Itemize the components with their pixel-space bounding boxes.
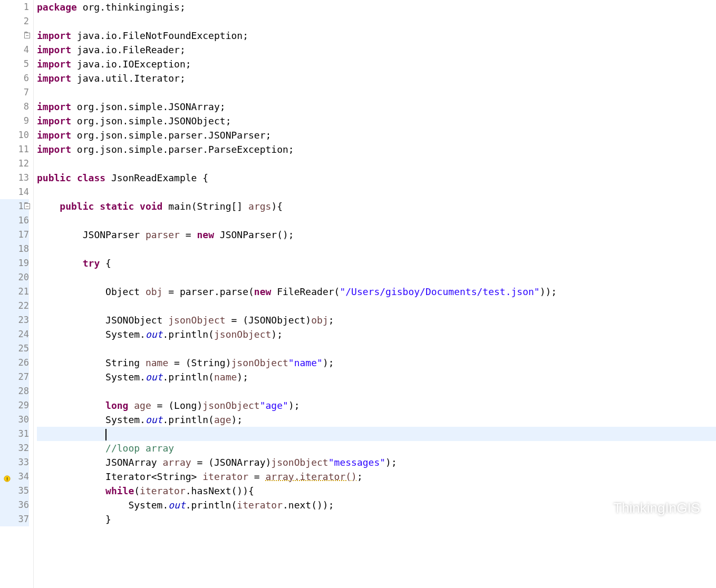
code-line[interactable] <box>37 341 716 356</box>
warning-icon[interactable]: ! <box>3 473 11 481</box>
code-line[interactable]: import java.util.Iterator; <box>37 71 716 85</box>
code-line[interactable]: JSONParser parser = new JSONParser(); <box>37 228 716 242</box>
fold-toggle-icon[interactable]: − <box>24 33 30 38</box>
line-number[interactable]: ! 34 <box>0 469 29 484</box>
code-line[interactable] <box>37 299 716 313</box>
code-line[interactable]: JSONObject jsonObject = (JSONObject)obj; <box>37 313 716 327</box>
line-number[interactable]: 35 <box>0 484 29 498</box>
code-line[interactable]: import org.json.simple.parser.JSONParser… <box>37 128 716 142</box>
line-number-gutter: 1 2 3− 4 5 6 7 8 9 10 11 12 13 14 15− 16… <box>0 0 34 588</box>
line-number[interactable]: 31 <box>0 427 29 441</box>
line-number[interactable]: 30 <box>0 413 29 427</box>
line-number[interactable]: 6 <box>0 71 29 85</box>
code-line[interactable]: System.out.println(jsonObject); <box>37 327 716 341</box>
line-number[interactable]: 9 <box>0 114 29 128</box>
line-number[interactable]: 29 <box>0 398 29 413</box>
code-line[interactable]: long age = (Long)jsonObject"age"); <box>37 398 716 413</box>
line-number[interactable]: 11 <box>0 142 29 156</box>
code-line[interactable] <box>37 185 716 199</box>
code-line[interactable]: JSONArray array = (JSONArray)jsonObject"… <box>37 455 716 469</box>
line-number[interactable]: 15− <box>0 199 29 213</box>
line-number[interactable]: 23 <box>0 313 29 327</box>
code-line[interactable]: try { <box>37 256 716 270</box>
code-line[interactable]: public class JsonReadExample { <box>37 171 716 185</box>
line-number[interactable]: 36 <box>0 498 29 512</box>
code-line[interactable]: import java.io.FileReader; <box>37 43 716 57</box>
line-number[interactable]: 21 <box>0 285 29 299</box>
line-number[interactable]: 1 <box>0 0 29 14</box>
code-line[interactable]: //loop array <box>37 441 716 455</box>
line-number[interactable]: 28 <box>0 384 29 398</box>
line-number[interactable]: 10 <box>0 128 29 142</box>
code-line[interactable]: package org.thinkingingis; <box>37 0 716 14</box>
code-line[interactable]: import java.io.IOException; <box>37 57 716 71</box>
code-line[interactable]: System.out.println(name); <box>37 370 716 384</box>
line-number[interactable]: 12 <box>0 156 29 171</box>
line-number[interactable]: 32 <box>0 441 29 455</box>
code-line-current[interactable] <box>37 427 716 441</box>
code-line[interactable]: import org.json.simple.JSONArray; <box>37 100 716 114</box>
line-number[interactable]: 3− <box>0 28 29 43</box>
line-number[interactable]: 33 <box>0 455 29 469</box>
text-cursor <box>105 429 107 440</box>
line-number[interactable]: 7 <box>0 85 29 100</box>
line-number[interactable]: 2 <box>0 14 29 28</box>
line-number[interactable]: 4 <box>0 43 29 57</box>
code-line[interactable] <box>37 242 716 256</box>
code-line[interactable] <box>37 85 716 100</box>
line-number[interactable]: 18 <box>0 242 29 256</box>
line-number[interactable]: 27 <box>0 370 29 384</box>
svg-text:!: ! <box>6 476 8 482</box>
code-editor: 1 2 3− 4 5 6 7 8 9 10 11 12 13 14 15− 16… <box>0 0 716 588</box>
line-number[interactable]: 37 <box>0 512 29 526</box>
code-line[interactable]: import java.io.FileNotFoundException; <box>37 28 716 43</box>
code-line[interactable]: String name = (String)jsonObject"name"); <box>37 356 716 370</box>
line-number[interactable]: 8 <box>0 100 29 114</box>
code-line[interactable] <box>37 14 716 28</box>
code-line[interactable]: import org.json.simple.parser.ParseExcep… <box>37 142 716 156</box>
code-line[interactable]: } <box>37 512 716 526</box>
fold-toggle-icon[interactable]: − <box>24 203 30 209</box>
line-number[interactable]: 17 <box>0 228 29 242</box>
line-number[interactable]: 20 <box>0 270 29 285</box>
code-line[interactable]: import org.json.simple.JSONObject; <box>37 114 716 128</box>
code-line[interactable]: Iterator<String> iterator = array.iterat… <box>37 469 716 484</box>
line-number[interactable]: 14 <box>0 185 29 199</box>
code-line[interactable]: while(iterator.hasNext()){ <box>37 484 716 498</box>
code-line[interactable]: public static void main(String[] args){ <box>37 199 716 213</box>
code-line[interactable]: System.out.println(age); <box>37 413 716 427</box>
code-line[interactable] <box>37 156 716 171</box>
code-line[interactable] <box>37 213 716 228</box>
line-number[interactable]: 25 <box>0 341 29 356</box>
line-number[interactable]: 19 <box>0 256 29 270</box>
line-number[interactable]: 13 <box>0 171 29 185</box>
line-number[interactable]: 5 <box>0 57 29 71</box>
code-line[interactable] <box>37 384 716 398</box>
line-number[interactable]: 22 <box>0 299 29 313</box>
line-number[interactable]: 16 <box>0 213 29 228</box>
code-line[interactable] <box>37 270 716 285</box>
code-line[interactable]: System.out.println(iterator.next()); <box>37 498 716 512</box>
code-line[interactable]: Object obj = parser.parse(new FileReader… <box>37 285 716 299</box>
line-number[interactable]: 26 <box>0 356 29 370</box>
line-number[interactable]: 24 <box>0 327 29 341</box>
code-text-area[interactable]: package org.thinkingingis; import java.i… <box>34 0 716 588</box>
